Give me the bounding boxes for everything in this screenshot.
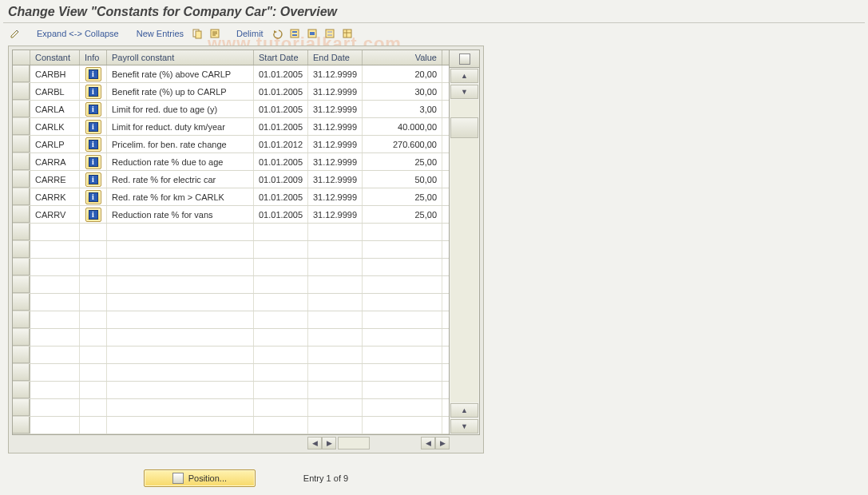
- cell-info[interactable]: i: [80, 188, 107, 205]
- cell-payroll-constant[interactable]: Benefit rate (%) above CARLP: [107, 65, 254, 82]
- cell-constant[interactable]: CARRE: [30, 171, 80, 188]
- cell-constant[interactable]: CARBH: [30, 65, 80, 82]
- row-selector[interactable]: [13, 136, 30, 152]
- cell-start-date[interactable]: [254, 311, 308, 328]
- cell-info[interactable]: [80, 294, 107, 311]
- cell-constant[interactable]: [30, 294, 80, 311]
- cell-payroll-constant[interactable]: [107, 224, 254, 240]
- expand-collapse-link[interactable]: Expand <-> Collapse: [34, 27, 122, 40]
- scroll-left-icon[interactable]: ◀: [307, 437, 322, 449]
- cell-end-date[interactable]: [308, 294, 363, 311]
- cell-end-date[interactable]: 31.12.9999: [308, 65, 363, 82]
- table-row[interactable]: [13, 241, 449, 259]
- info-button[interactable]: i: [85, 102, 101, 117]
- select-block-icon[interactable]: [305, 26, 319, 41]
- cell-payroll-constant[interactable]: [107, 382, 254, 398]
- cell-constant[interactable]: [30, 241, 80, 258]
- cell-value[interactable]: 3,00: [363, 101, 442, 117]
- undo-icon[interactable]: [270, 26, 284, 41]
- cell-end-date[interactable]: 31.12.9999: [308, 206, 363, 223]
- info-button[interactable]: i: [85, 172, 101, 187]
- cell-payroll-constant[interactable]: [107, 294, 254, 311]
- table-row[interactable]: [13, 311, 449, 329]
- cell-constant[interactable]: [30, 329, 80, 346]
- cell-payroll-constant[interactable]: Red. rate % for electric car: [107, 171, 254, 188]
- cell-constant[interactable]: CARRA: [30, 153, 80, 170]
- cell-start-date[interactable]: 01.01.2005: [254, 83, 308, 100]
- table-settings-icon[interactable]: [340, 26, 355, 41]
- position-button[interactable]: Position...: [144, 469, 256, 487]
- variant-icon[interactable]: [208, 26, 222, 41]
- cell-constant[interactable]: [30, 276, 80, 293]
- cell-payroll-constant[interactable]: [107, 399, 254, 416]
- row-selector[interactable]: [13, 294, 30, 311]
- table-row[interactable]: [13, 276, 449, 294]
- scroll-left-end-icon[interactable]: ◀: [421, 437, 435, 449]
- info-button[interactable]: i: [85, 208, 101, 222]
- cell-constant[interactable]: CARRK: [30, 188, 80, 205]
- cell-constant[interactable]: [30, 399, 80, 416]
- col-end-date[interactable]: End Date: [308, 50, 363, 65]
- scroll-track[interactable]: [450, 100, 478, 402]
- table-row[interactable]: CARLPiPricelim. for ben. rate change01.0…: [13, 136, 449, 153]
- cell-value[interactable]: 50,00: [363, 171, 442, 188]
- col-payroll-constant[interactable]: Payroll constant: [107, 50, 254, 65]
- cell-payroll-constant[interactable]: [107, 259, 254, 275]
- cell-payroll-constant[interactable]: [107, 241, 254, 258]
- cell-value[interactable]: 25,00: [363, 153, 442, 170]
- cell-constant[interactable]: [30, 346, 80, 363]
- table-row[interactable]: CARRAiReduction rate % due to age01.01.2…: [13, 153, 449, 171]
- cell-value[interactable]: [363, 399, 442, 416]
- cell-constant[interactable]: CARLK: [30, 118, 80, 135]
- table-row[interactable]: CARBHiBenefit rate (%) above CARLP01.01.…: [13, 65, 449, 83]
- cell-start-date[interactable]: [254, 382, 308, 398]
- deselect-all-icon[interactable]: [323, 26, 337, 41]
- row-selector[interactable]: [13, 329, 30, 346]
- row-selector[interactable]: [13, 83, 30, 100]
- table-row[interactable]: CARLAiLimit for red. due to age (y)01.01…: [13, 101, 449, 118]
- table-row[interactable]: [13, 382, 449, 399]
- cell-info[interactable]: [80, 399, 107, 416]
- cell-value[interactable]: 25,00: [363, 188, 442, 205]
- cell-start-date[interactable]: [254, 276, 308, 293]
- configure-columns-button[interactable]: [450, 50, 479, 68]
- cell-value[interactable]: [363, 346, 442, 363]
- cell-constant[interactable]: [30, 311, 80, 328]
- cell-value[interactable]: [363, 382, 442, 398]
- row-selector[interactable]: [13, 259, 30, 275]
- cell-start-date[interactable]: [254, 399, 308, 416]
- row-selector[interactable]: [13, 118, 30, 135]
- cell-payroll-constant[interactable]: [107, 329, 254, 346]
- info-button[interactable]: i: [85, 85, 101, 99]
- row-selector[interactable]: [13, 399, 30, 416]
- cell-payroll-constant[interactable]: [107, 276, 254, 293]
- cell-start-date[interactable]: 01.01.2005: [254, 101, 308, 117]
- table-row[interactable]: CARRViReduction rate % for vans01.01.200…: [13, 206, 449, 224]
- row-selector[interactable]: [13, 364, 30, 381]
- cell-info[interactable]: i: [80, 153, 107, 170]
- table-row[interactable]: [13, 364, 449, 382]
- info-button[interactable]: i: [85, 120, 101, 134]
- cell-info[interactable]: [80, 417, 107, 434]
- table-row[interactable]: [13, 346, 449, 364]
- scroll-thumb[interactable]: [450, 117, 478, 138]
- cell-payroll-constant[interactable]: [107, 364, 254, 381]
- scroll-down-icon[interactable]: ▼: [450, 419, 478, 434]
- cell-start-date[interactable]: 01.01.2009: [254, 171, 308, 188]
- cell-end-date[interactable]: 31.12.9999: [308, 136, 363, 152]
- cell-info[interactable]: [80, 224, 107, 240]
- cell-info[interactable]: i: [80, 171, 107, 188]
- cell-payroll-constant[interactable]: Reduction rate % due to age: [107, 153, 254, 170]
- scroll-right-icon[interactable]: ▶: [322, 437, 336, 449]
- row-selector[interactable]: [13, 276, 30, 293]
- cell-start-date[interactable]: 01.01.2005: [254, 153, 308, 170]
- cell-info[interactable]: i: [80, 136, 107, 152]
- cell-end-date[interactable]: [308, 241, 363, 258]
- cell-value[interactable]: [363, 311, 442, 328]
- cell-value[interactable]: 20,00: [363, 65, 442, 82]
- table-row[interactable]: [13, 294, 449, 311]
- cell-constant[interactable]: CARLP: [30, 136, 80, 152]
- cell-payroll-constant[interactable]: Pricelim. for ben. rate change: [107, 136, 254, 152]
- table-row[interactable]: CARLKiLimit for reduct. duty km/year01.0…: [13, 118, 449, 136]
- table-row[interactable]: CARBLiBenefit rate (%) up to CARLP01.01.…: [13, 83, 449, 101]
